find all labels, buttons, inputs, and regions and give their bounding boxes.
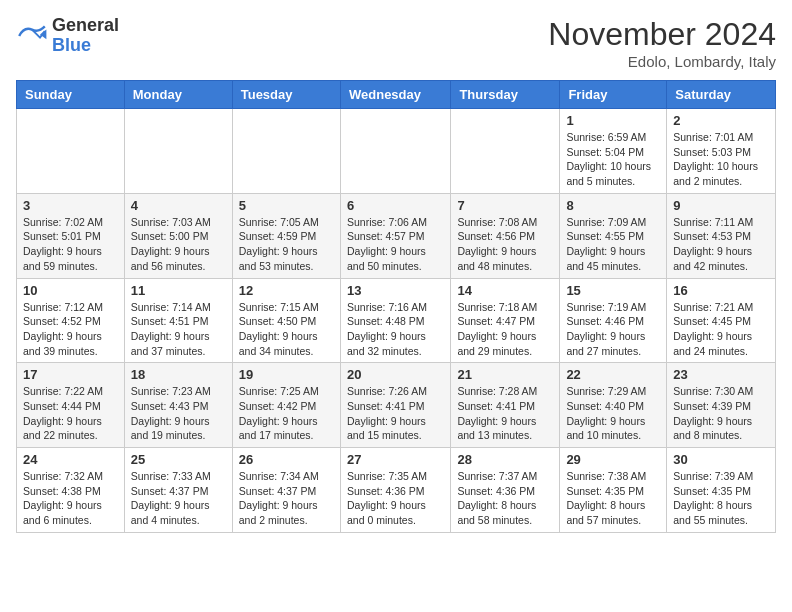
- calendar-row-4: 24Sunrise: 7:32 AM Sunset: 4:38 PM Dayli…: [17, 448, 776, 533]
- calendar-cell: 7Sunrise: 7:08 AM Sunset: 4:56 PM Daylig…: [451, 193, 560, 278]
- calendar-row-3: 17Sunrise: 7:22 AM Sunset: 4:44 PM Dayli…: [17, 363, 776, 448]
- calendar-cell: 16Sunrise: 7:21 AM Sunset: 4:45 PM Dayli…: [667, 278, 776, 363]
- day-number: 28: [457, 452, 553, 467]
- day-number: 26: [239, 452, 334, 467]
- logo: General Blue: [16, 16, 119, 56]
- calendar-cell: 28Sunrise: 7:37 AM Sunset: 4:36 PM Dayli…: [451, 448, 560, 533]
- day-number: 16: [673, 283, 769, 298]
- title-area: November 2024 Edolo, Lombardy, Italy: [548, 16, 776, 70]
- calendar-cell: 26Sunrise: 7:34 AM Sunset: 4:37 PM Dayli…: [232, 448, 340, 533]
- weekday-header-tuesday: Tuesday: [232, 81, 340, 109]
- calendar-cell: 4Sunrise: 7:03 AM Sunset: 5:00 PM Daylig…: [124, 193, 232, 278]
- day-info: Sunrise: 7:30 AM Sunset: 4:39 PM Dayligh…: [673, 384, 769, 443]
- calendar-cell: 22Sunrise: 7:29 AM Sunset: 4:40 PM Dayli…: [560, 363, 667, 448]
- logo-icon: [16, 20, 48, 52]
- weekday-header-friday: Friday: [560, 81, 667, 109]
- calendar-row-2: 10Sunrise: 7:12 AM Sunset: 4:52 PM Dayli…: [17, 278, 776, 363]
- day-info: Sunrise: 7:33 AM Sunset: 4:37 PM Dayligh…: [131, 469, 226, 528]
- day-number: 3: [23, 198, 118, 213]
- day-info: Sunrise: 7:14 AM Sunset: 4:51 PM Dayligh…: [131, 300, 226, 359]
- calendar-row-0: 1Sunrise: 6:59 AM Sunset: 5:04 PM Daylig…: [17, 109, 776, 194]
- calendar-cell: 15Sunrise: 7:19 AM Sunset: 4:46 PM Dayli…: [560, 278, 667, 363]
- day-info: Sunrise: 7:11 AM Sunset: 4:53 PM Dayligh…: [673, 215, 769, 274]
- day-info: Sunrise: 7:09 AM Sunset: 4:55 PM Dayligh…: [566, 215, 660, 274]
- calendar-cell: 19Sunrise: 7:25 AM Sunset: 4:42 PM Dayli…: [232, 363, 340, 448]
- day-info: Sunrise: 7:18 AM Sunset: 4:47 PM Dayligh…: [457, 300, 553, 359]
- calendar-cell: 13Sunrise: 7:16 AM Sunset: 4:48 PM Dayli…: [340, 278, 450, 363]
- day-info: Sunrise: 7:32 AM Sunset: 4:38 PM Dayligh…: [23, 469, 118, 528]
- day-info: Sunrise: 7:39 AM Sunset: 4:35 PM Dayligh…: [673, 469, 769, 528]
- calendar-cell: 21Sunrise: 7:28 AM Sunset: 4:41 PM Dayli…: [451, 363, 560, 448]
- calendar-cell: [17, 109, 125, 194]
- calendar-cell: [451, 109, 560, 194]
- day-info: Sunrise: 7:12 AM Sunset: 4:52 PM Dayligh…: [23, 300, 118, 359]
- day-info: Sunrise: 7:22 AM Sunset: 4:44 PM Dayligh…: [23, 384, 118, 443]
- day-info: Sunrise: 7:35 AM Sunset: 4:36 PM Dayligh…: [347, 469, 444, 528]
- weekday-header-saturday: Saturday: [667, 81, 776, 109]
- day-number: 20: [347, 367, 444, 382]
- calendar-cell: 8Sunrise: 7:09 AM Sunset: 4:55 PM Daylig…: [560, 193, 667, 278]
- calendar-cell: 17Sunrise: 7:22 AM Sunset: 4:44 PM Dayli…: [17, 363, 125, 448]
- weekday-header-thursday: Thursday: [451, 81, 560, 109]
- calendar-cell: 24Sunrise: 7:32 AM Sunset: 4:38 PM Dayli…: [17, 448, 125, 533]
- calendar-cell: 14Sunrise: 7:18 AM Sunset: 4:47 PM Dayli…: [451, 278, 560, 363]
- calendar: SundayMondayTuesdayWednesdayThursdayFrid…: [16, 80, 776, 533]
- day-info: Sunrise: 7:34 AM Sunset: 4:37 PM Dayligh…: [239, 469, 334, 528]
- day-info: Sunrise: 7:37 AM Sunset: 4:36 PM Dayligh…: [457, 469, 553, 528]
- day-number: 29: [566, 452, 660, 467]
- day-info: Sunrise: 7:01 AM Sunset: 5:03 PM Dayligh…: [673, 130, 769, 189]
- day-number: 24: [23, 452, 118, 467]
- day-info: Sunrise: 7:03 AM Sunset: 5:00 PM Dayligh…: [131, 215, 226, 274]
- calendar-cell: 5Sunrise: 7:05 AM Sunset: 4:59 PM Daylig…: [232, 193, 340, 278]
- day-number: 18: [131, 367, 226, 382]
- calendar-cell: 23Sunrise: 7:30 AM Sunset: 4:39 PM Dayli…: [667, 363, 776, 448]
- day-info: Sunrise: 7:05 AM Sunset: 4:59 PM Dayligh…: [239, 215, 334, 274]
- weekday-header-sunday: Sunday: [17, 81, 125, 109]
- calendar-cell: 9Sunrise: 7:11 AM Sunset: 4:53 PM Daylig…: [667, 193, 776, 278]
- day-number: 15: [566, 283, 660, 298]
- day-number: 30: [673, 452, 769, 467]
- weekday-header-monday: Monday: [124, 81, 232, 109]
- day-number: 4: [131, 198, 226, 213]
- day-info: Sunrise: 6:59 AM Sunset: 5:04 PM Dayligh…: [566, 130, 660, 189]
- location-title: Edolo, Lombardy, Italy: [548, 53, 776, 70]
- day-number: 13: [347, 283, 444, 298]
- day-number: 1: [566, 113, 660, 128]
- calendar-cell: 18Sunrise: 7:23 AM Sunset: 4:43 PM Dayli…: [124, 363, 232, 448]
- day-info: Sunrise: 7:23 AM Sunset: 4:43 PM Dayligh…: [131, 384, 226, 443]
- calendar-cell: [340, 109, 450, 194]
- header: General Blue November 2024 Edolo, Lombar…: [16, 16, 776, 70]
- calendar-cell: 11Sunrise: 7:14 AM Sunset: 4:51 PM Dayli…: [124, 278, 232, 363]
- logo-blue-text: Blue: [52, 36, 119, 56]
- day-info: Sunrise: 7:06 AM Sunset: 4:57 PM Dayligh…: [347, 215, 444, 274]
- day-number: 23: [673, 367, 769, 382]
- day-info: Sunrise: 7:02 AM Sunset: 5:01 PM Dayligh…: [23, 215, 118, 274]
- day-number: 11: [131, 283, 226, 298]
- day-info: Sunrise: 7:08 AM Sunset: 4:56 PM Dayligh…: [457, 215, 553, 274]
- day-number: 22: [566, 367, 660, 382]
- day-info: Sunrise: 7:19 AM Sunset: 4:46 PM Dayligh…: [566, 300, 660, 359]
- day-number: 12: [239, 283, 334, 298]
- logo-general-text: General: [52, 16, 119, 36]
- day-number: 19: [239, 367, 334, 382]
- calendar-cell: 6Sunrise: 7:06 AM Sunset: 4:57 PM Daylig…: [340, 193, 450, 278]
- day-info: Sunrise: 7:21 AM Sunset: 4:45 PM Dayligh…: [673, 300, 769, 359]
- day-info: Sunrise: 7:38 AM Sunset: 4:35 PM Dayligh…: [566, 469, 660, 528]
- calendar-cell: 30Sunrise: 7:39 AM Sunset: 4:35 PM Dayli…: [667, 448, 776, 533]
- calendar-cell: [232, 109, 340, 194]
- day-info: Sunrise: 7:29 AM Sunset: 4:40 PM Dayligh…: [566, 384, 660, 443]
- day-number: 21: [457, 367, 553, 382]
- day-info: Sunrise: 7:26 AM Sunset: 4:41 PM Dayligh…: [347, 384, 444, 443]
- day-info: Sunrise: 7:16 AM Sunset: 4:48 PM Dayligh…: [347, 300, 444, 359]
- day-number: 14: [457, 283, 553, 298]
- day-number: 8: [566, 198, 660, 213]
- weekday-header-row: SundayMondayTuesdayWednesdayThursdayFrid…: [17, 81, 776, 109]
- day-number: 6: [347, 198, 444, 213]
- day-number: 2: [673, 113, 769, 128]
- calendar-cell: 2Sunrise: 7:01 AM Sunset: 5:03 PM Daylig…: [667, 109, 776, 194]
- day-number: 5: [239, 198, 334, 213]
- day-number: 27: [347, 452, 444, 467]
- weekday-header-wednesday: Wednesday: [340, 81, 450, 109]
- day-number: 7: [457, 198, 553, 213]
- calendar-cell: 25Sunrise: 7:33 AM Sunset: 4:37 PM Dayli…: [124, 448, 232, 533]
